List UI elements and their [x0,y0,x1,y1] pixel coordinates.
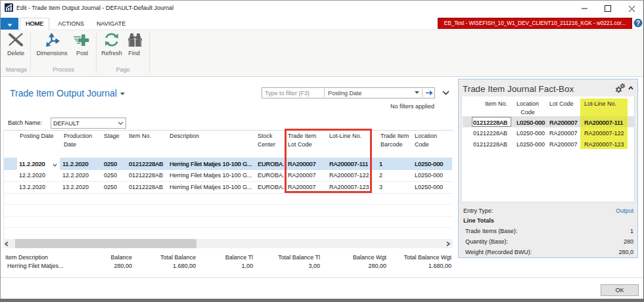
svg-text:?: ? [636,20,640,27]
